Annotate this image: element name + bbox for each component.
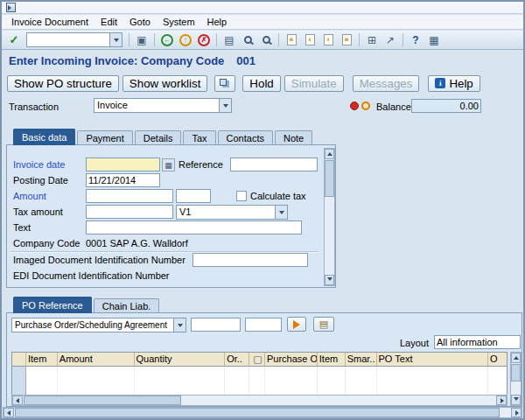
window-icon[interactable] xyxy=(6,3,16,12)
enter-icon[interactable]: ✓ xyxy=(5,32,23,48)
po-type-select[interactable]: Purchase Order/Scheduling Agreement xyxy=(11,318,186,332)
cancel-icon[interactable]: ✗ xyxy=(195,32,213,48)
command-field[interactable] xyxy=(26,32,122,47)
first-page-icon[interactable]: « xyxy=(283,32,300,48)
simulate-button[interactable]: Simulate xyxy=(284,75,344,92)
worklist-button[interactable]: ▤ xyxy=(313,317,334,332)
menu-help[interactable]: Help xyxy=(201,16,234,28)
transaction-dropdown-icon[interactable] xyxy=(219,99,231,112)
po-item-field[interactable] xyxy=(245,318,282,332)
table-hscrollbar[interactable] xyxy=(11,395,508,406)
balance-label: Balance xyxy=(376,100,411,114)
tab-basic-data[interactable]: Basic data xyxy=(13,129,75,145)
calculate-tax-checkbox[interactable] xyxy=(236,191,247,201)
save-icon[interactable]: ▣ xyxy=(133,32,150,48)
po-type-dropdown-icon[interactable] xyxy=(173,318,186,332)
po-number-field[interactable] xyxy=(191,318,241,332)
po-reference-panel: Purchase Order/Scheduling Agreement ▤ La… xyxy=(6,312,522,407)
posting-date-field[interactable]: 11/21/2014 xyxy=(86,173,160,187)
invoice-date-field[interactable] xyxy=(86,158,160,172)
scroll-thumb[interactable] xyxy=(24,396,181,405)
column-header-or[interactable]: Or.. xyxy=(225,353,249,366)
column-header-smart[interactable]: Smar.. xyxy=(346,353,377,366)
adopt-button[interactable] xyxy=(287,317,306,332)
header-item-icon[interactable]: ▢ xyxy=(249,353,265,366)
column-header-item[interactable]: Item xyxy=(26,353,58,366)
command-history-icon[interactable] xyxy=(109,33,122,46)
last-page-icon[interactable]: » xyxy=(338,32,355,48)
date-picker-icon[interactable]: ▦ xyxy=(162,158,175,172)
column-header-amount[interactable]: Amount xyxy=(58,353,135,366)
layout-label: Layout xyxy=(400,336,429,350)
tax-code-select[interactable]: V1 xyxy=(176,205,288,220)
basic-data-scrollbar[interactable] xyxy=(324,148,335,286)
switch-display-button[interactable] xyxy=(214,75,235,92)
balance-value-field: 0.00 xyxy=(411,99,481,113)
show-worklist-button[interactable]: Show worklist xyxy=(122,75,207,92)
page-up-icon[interactable]: ‹ xyxy=(301,32,318,48)
imaged-doc-field[interactable] xyxy=(192,253,308,267)
print-icon[interactable]: ▤ xyxy=(220,32,238,48)
layout-field[interactable]: All information xyxy=(434,335,521,349)
exit-icon[interactable]: ↑ xyxy=(177,32,194,48)
help-button[interactable]: i Help xyxy=(428,75,480,92)
table-vscrollbar[interactable] xyxy=(510,352,522,406)
column-header-o[interactable]: O xyxy=(488,353,507,366)
hold-button[interactable]: Hold xyxy=(242,75,280,92)
help-icon[interactable]: ? xyxy=(407,32,424,48)
standard-toolbar: ✓ ▣ ← ↑ ✗ ▤ « ‹ › » ⊞ ↗ ? ▦ xyxy=(2,31,523,50)
scroll-thumb[interactable] xyxy=(325,160,334,197)
table-row[interactable] xyxy=(12,367,507,381)
tab-chain-liab[interactable]: Chain Liab. xyxy=(94,298,160,312)
scroll-down-icon[interactable] xyxy=(325,275,334,285)
page-down-icon[interactable]: › xyxy=(319,32,337,48)
tax-amount-field[interactable] xyxy=(86,205,173,219)
row-selector[interactable] xyxy=(12,367,26,381)
menu-edit[interactable]: Edit xyxy=(94,16,123,28)
scroll-right-icon[interactable] xyxy=(496,396,507,405)
scroll-thumb[interactable] xyxy=(511,364,521,382)
tab-contacts[interactable]: Contacts xyxy=(218,130,273,144)
column-header-item2[interactable]: Item xyxy=(318,353,346,366)
find-next-icon[interactable] xyxy=(257,32,275,48)
orange-arrow-icon xyxy=(293,320,304,329)
menu-invoice-document[interactable]: Invoice Document xyxy=(5,16,94,28)
scroll-down-icon[interactable] xyxy=(511,395,521,405)
selector-column-header[interactable] xyxy=(12,353,26,366)
amount-field[interactable] xyxy=(86,189,173,203)
window-hscrollbar[interactable] xyxy=(3,407,522,418)
scroll-left-icon[interactable] xyxy=(4,408,14,417)
messages-button[interactable]: Messages xyxy=(353,75,420,92)
menu-system[interactable]: System xyxy=(157,16,201,28)
scroll-up-icon[interactable] xyxy=(325,149,334,159)
find-icon[interactable] xyxy=(239,32,256,48)
tab-note[interactable]: Note xyxy=(275,130,312,144)
column-header-purchase-order[interactable]: Purchase O.. xyxy=(265,353,318,366)
currency-field[interactable] xyxy=(176,189,211,203)
scroll-up-icon[interactable] xyxy=(511,353,521,363)
scroll-right-icon[interactable] xyxy=(511,408,522,417)
menu-goto[interactable]: Goto xyxy=(123,16,157,28)
show-po-structure-button[interactable]: Show PO structure xyxy=(7,75,119,92)
scroll-thumb[interactable] xyxy=(15,408,500,417)
row-selector[interactable] xyxy=(12,381,26,395)
application-toolbar: Show PO structure Show worklist Hold Sim… xyxy=(2,74,523,93)
back-icon[interactable]: ← xyxy=(158,32,176,48)
company-code-value: 0001 SAP A.G. Walldorf xyxy=(86,236,188,250)
column-header-po-text[interactable]: PO Text xyxy=(377,353,489,366)
tab-po-reference[interactable]: PO Reference xyxy=(13,297,92,313)
reference-field[interactable] xyxy=(230,158,318,172)
create-shortcut-icon[interactable]: ↗ xyxy=(382,32,399,48)
column-header-quantity[interactable]: Quantity xyxy=(135,353,226,366)
customize-layout-icon[interactable]: ▦ xyxy=(425,32,443,48)
tab-tax[interactable]: Tax xyxy=(183,130,215,144)
scroll-left-icon[interactable] xyxy=(12,396,23,405)
tax-code-dropdown-icon[interactable] xyxy=(275,206,287,219)
text-field[interactable] xyxy=(86,220,302,234)
tab-details[interactable]: Details xyxy=(135,130,182,144)
new-session-icon[interactable]: ⊞ xyxy=(363,32,381,48)
toolbar-separator xyxy=(129,33,130,46)
table-row[interactable] xyxy=(12,381,507,395)
transaction-select[interactable]: Invoice xyxy=(94,98,232,113)
tab-payment[interactable]: Payment xyxy=(77,130,132,144)
